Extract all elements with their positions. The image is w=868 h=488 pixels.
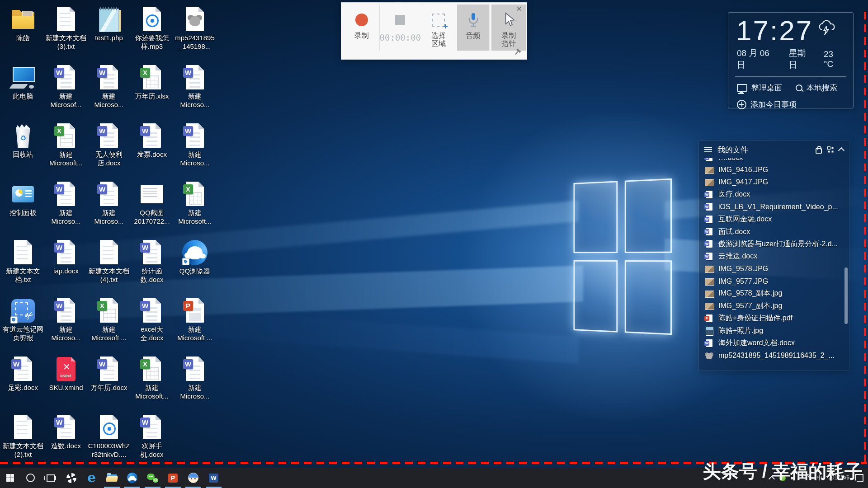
desktop-icon[interactable]: 回收站 <box>2 123 44 159</box>
file-icon <box>53 298 79 324</box>
taskbar-taskview-icon[interactable] <box>41 468 61 488</box>
desktop-icon[interactable]: 统计函数.docx <box>131 239 173 284</box>
desktop-icon-label: 你还要我怎样.mp3 <box>131 34 173 51</box>
file-list-item[interactable]: 陈皓+照片.jpg <box>704 324 846 337</box>
file-list-item[interactable]: 面试.docx <box>704 225 846 238</box>
desktop-icon[interactable]: mp52431895_145198... <box>174 6 216 51</box>
file-icon <box>53 181 79 207</box>
desktop-icon[interactable]: SKU.xmind <box>45 356 87 392</box>
file-icon <box>139 123 165 149</box>
desktop-icon[interactable]: 新建 Microsoft... <box>174 181 216 226</box>
desktop-icon-label: 新建文本文档.txt <box>2 267 44 284</box>
desktop-icon[interactable]: 新建 Microsof... <box>45 65 87 109</box>
desktop-icon[interactable]: QQ截图 20170722... <box>131 181 173 226</box>
app-badge-icon <box>140 359 150 369</box>
desktop-icon[interactable]: 陈皓 <box>2 6 44 42</box>
taskbar-edge-icon[interactable] <box>81 468 102 488</box>
scrollbar-thumb[interactable] <box>844 267 848 324</box>
desktop-icon[interactable]: 新建 Microso... <box>88 65 130 109</box>
file-list-item[interactable]: 医疗.docx <box>704 188 846 201</box>
file-list-item[interactable]: IMG_9416.JPG <box>704 164 846 176</box>
record-button[interactable]: 录制 <box>344 5 380 51</box>
desktop-icon[interactable]: 你还要我怎样.mp3 <box>131 6 173 51</box>
file-list-item[interactable]: 海外加速word文档.docx <box>704 337 846 349</box>
add-todo-button[interactable]: 添加今日事项 <box>737 99 797 110</box>
storm-cloud-icon <box>816 18 837 41</box>
app-badge-icon <box>140 301 150 311</box>
file-icon <box>139 6 165 33</box>
file-list-item[interactable]: IMG_9577.JPG <box>704 275 846 287</box>
taskbar-powerpoint-icon[interactable] <box>163 468 183 488</box>
file-list-item[interactable]: IMG_9417.JPG <box>704 176 846 188</box>
menu-icon[interactable] <box>704 147 712 148</box>
desktop-icon[interactable]: 此电脑 <box>2 65 44 101</box>
desktop-icon[interactable]: 新建 Microsoft... <box>131 356 173 401</box>
desktop-icon[interactable]: 新建 Microsoft ... <box>174 298 216 343</box>
file-name: ….docx <box>718 158 743 162</box>
file-icon <box>139 414 165 441</box>
desktop-icon-label: 新建 Microso... <box>174 92 216 109</box>
file-list-item[interactable]: mp52431895_1451989116435_2_... <box>704 349 846 361</box>
desktop-icon[interactable]: 新建 Microsoft ... <box>88 298 130 343</box>
record-pointer-label: 录制指针 <box>500 32 517 48</box>
desktop-icon[interactable]: 新建文本文档.txt <box>2 239 44 284</box>
desktop-icon-label: excel大全.docx <box>131 325 173 343</box>
taskbar-wechat-icon[interactable] <box>142 468 163 488</box>
organize-desktop-button[interactable]: 整理桌面 <box>737 83 782 93</box>
file-type-icon <box>704 301 714 310</box>
file-list-item[interactable]: IMG_9578_副本.jpg <box>704 287 846 300</box>
desktop-icon[interactable]: excel大全.docx <box>131 298 173 343</box>
desktop-icon[interactable]: test1.php <box>88 6 130 42</box>
file-list-item[interactable]: 傲游浏览器与uzer打通前景分析-2.d... <box>704 238 846 250</box>
desktop-icon[interactable]: 发票.docx <box>131 123 173 159</box>
desktop-icon[interactable]: 新建 Microso... <box>45 181 87 226</box>
desktop-icon[interactable]: 有道云笔记网页剪报 <box>2 298 44 343</box>
desktop-icon[interactable]: 控制面板 <box>2 181 44 217</box>
taskbar-word-icon[interactable] <box>203 468 224 488</box>
desktop-icon[interactable]: 新建文本文档 (2).txt <box>2 414 44 459</box>
desktop-icon[interactable]: QQ浏览器 <box>174 239 216 276</box>
desktop-icon[interactable]: iap.docx <box>45 239 87 276</box>
desktop-icon[interactable]: 新建 Microsoft... <box>45 123 87 168</box>
file-list-item[interactable]: IMG_9577_副本.jpg <box>704 300 846 312</box>
desktop-icon[interactable]: 新建文本文档 (4).txt <box>88 239 130 284</box>
desktop-icon[interactable]: 万年历.docx <box>88 356 130 392</box>
select-region-button[interactable]: 选择区域 <box>421 5 456 51</box>
collapse-icon[interactable] <box>838 147 844 153</box>
taskbar-search-icon[interactable] <box>20 468 41 488</box>
app-badge-icon <box>183 359 193 369</box>
app-badge-icon <box>140 243 150 253</box>
taskbar-wangwang-icon[interactable] <box>183 468 203 488</box>
local-search-button[interactable]: 本地搜索 <box>796 83 837 93</box>
file-list-item[interactable]: IMG_9578.JPG <box>704 263 846 275</box>
desktop-icon[interactable]: 足彩.docx <box>2 356 44 392</box>
recording-border-right <box>864 12 866 464</box>
desktop-icon-label: 此电脑 <box>2 92 44 101</box>
desktop-icon[interactable]: 新建 Microso... <box>174 356 216 401</box>
desktop-icon[interactable]: C100003WhZr32tnkvD.... <box>88 414 130 459</box>
close-icon[interactable]: ✕ <box>516 5 522 13</box>
file-list-item[interactable]: 互联网金融.docx <box>704 213 846 225</box>
stop-button[interactable]: 00:00:00 <box>380 5 422 51</box>
desktop-icon[interactable]: 无人便利店.docx <box>88 123 130 168</box>
desktop-icon[interactable]: 新建 Microso... <box>45 298 87 343</box>
desktop-icon[interactable]: 万年历.xlsx <box>131 65 173 101</box>
grid-view-icon[interactable] <box>827 146 834 153</box>
app-badge-icon <box>54 301 64 311</box>
desktop-icon[interactable]: 新建文本文档 (3).txt <box>45 6 87 51</box>
audio-toggle-button[interactable]: 音频 <box>457 5 490 51</box>
desktop-icon[interactable]: 双屏手机.docx <box>131 414 173 459</box>
file-list-item[interactable]: ….docx <box>704 158 846 164</box>
unlock-icon[interactable] <box>816 148 822 154</box>
desktop-icon[interactable]: 新建 Microso... <box>174 65 216 109</box>
file-list-item[interactable]: 云推送.docx <box>704 250 846 263</box>
file-list-item[interactable]: iOS_LB_V1_Requirement_Video_p... <box>704 201 846 213</box>
taskbar-qqbrowser-icon[interactable] <box>122 468 142 488</box>
desktop-icon[interactable]: 造数.docx <box>45 414 87 450</box>
taskbar-start-icon[interactable] <box>0 468 20 488</box>
file-list-item[interactable]: 陈皓+身份证扫描件.pdf <box>704 312 846 324</box>
desktop-icon[interactable]: 新建 Microso... <box>174 123 216 168</box>
taskbar-explorer-icon[interactable] <box>102 468 122 488</box>
desktop-icon[interactable]: 新建 Microso... <box>88 181 130 226</box>
taskbar-pinwheel-icon[interactable] <box>61 468 81 488</box>
